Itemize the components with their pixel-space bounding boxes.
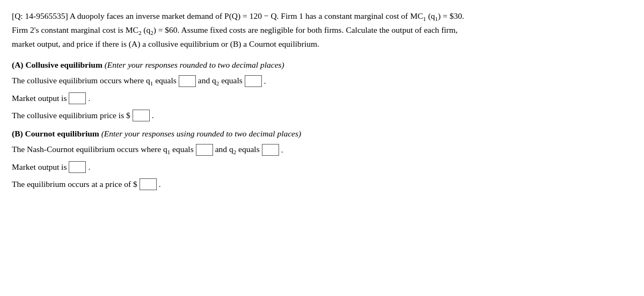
question-id: [Q: 14-9565535] [12,11,68,20]
cournot-market-output-input[interactable] [69,161,86,173]
mc1-sub: 1 [423,11,426,20]
collusive-q2-input[interactable] [245,75,262,87]
cournot-price-input[interactable] [140,178,157,190]
section-a-price-label: The collusive equilibrium price is $ [12,111,130,120]
section-a-line1-text: The collusive equilibrium occurs where q… [12,76,177,86]
section-a-market-output-label: Market output is [12,93,67,103]
section-b-line1-text: The Nash-Cournot equilibrium occurs wher… [12,145,194,155]
cournot-q1-input[interactable] [196,144,213,156]
section-a-title: (A) Collusive equilibrium (Enter your re… [12,60,632,70]
collusive-market-output-input[interactable] [69,92,86,104]
section-a-line3-end: . [152,111,154,120]
question-line2: Firm 2's constant marginal cost is MC [12,25,138,34]
section-b-line1-end: . [281,145,283,155]
collusive-q1-input[interactable] [179,75,196,87]
section-b: (B) Cournot equilibrium (Enter your resp… [12,129,632,190]
section-a-line2-end: . [88,93,90,103]
section-a: (A) Collusive equilibrium (Enter your re… [12,60,632,121]
cournot-q2-input[interactable] [262,144,279,156]
question-line3: market output, and price if there is (A)… [12,39,319,48]
section-b-line2: Market output is . [12,161,632,173]
section-b-price-label: The equilibrium occurs at a price of $ [12,179,137,189]
section-a-line1-end: . [264,76,266,86]
mc2-paren: (q2) = $60. Assume fixed costs are negli… [141,25,457,34]
section-b-market-output-label: Market output is [12,162,67,172]
section-b-line2-end: . [88,162,90,172]
section-b-line1-and: and q2 equals [215,145,260,155]
section-b-line1: The Nash-Cournot equilibrium occurs wher… [12,144,632,156]
section-b-line3: The equilibrium occurs at a price of $ . [12,178,632,190]
section-b-title: (B) Cournot equilibrium (Enter your resp… [12,129,632,139]
question-line1: A duopoly faces an inverse market demand… [70,11,423,20]
section-a-line1-and: and q2 equals [198,76,243,86]
collusive-price-input[interactable] [133,110,150,121]
mc1-paren: (q1) = $30. [426,11,464,20]
question-block: [Q: 14-9565535] A duopoly faces an inver… [12,10,632,50]
section-a-line2: Market output is . [12,92,632,104]
section-a-line3: The collusive equilibrium price is $ . [12,110,632,121]
section-a-line1: The collusive equilibrium occurs where q… [12,75,632,87]
section-b-line3-end: . [159,179,161,189]
